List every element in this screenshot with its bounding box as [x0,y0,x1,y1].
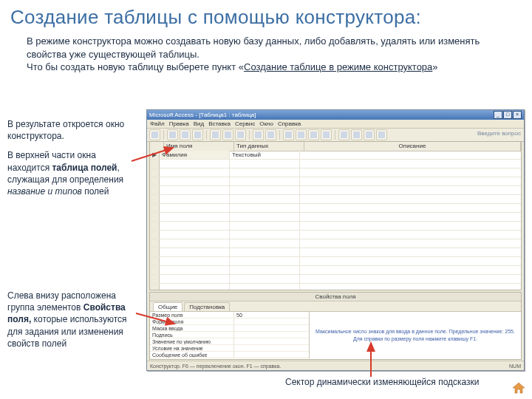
cell-field-name[interactable] [160,222,230,230]
table-row[interactable] [150,177,521,186]
cell-data-type[interactable]: Текстовый [230,151,300,159]
tb-preview-icon[interactable] [192,129,203,140]
property-value[interactable]: 50 [234,312,309,318]
tb-cut-icon[interactable] [210,129,221,140]
cell-data-type[interactable] [230,168,300,177]
tb-print-icon[interactable] [180,129,191,140]
property-value[interactable] [234,325,309,332]
tb-rows-icon[interactable] [308,129,319,140]
property-row[interactable]: Формат поля [150,318,309,325]
table-row[interactable] [150,231,521,239]
table-row[interactable] [150,222,521,231]
cell-field-name[interactable] [160,160,230,168]
tb-paste-icon[interactable] [235,129,246,140]
cell-data-type[interactable] [230,195,300,203]
cell-description[interactable] [300,213,521,221]
tb-help-icon[interactable] [376,129,387,140]
cell-description[interactable] [300,168,521,177]
tb-index-icon[interactable] [296,129,307,140]
cell-data-type[interactable] [230,257,300,265]
table-row[interactable] [150,239,521,248]
cell-data-type[interactable] [230,231,300,239]
cell-field-name[interactable] [160,213,230,221]
cell-description[interactable] [300,160,521,168]
row-selector[interactable] [150,195,160,203]
cell-description[interactable] [300,275,521,283]
property-row[interactable]: Условие на значение [150,345,309,352]
row-selector[interactable] [150,266,160,274]
property-value[interactable] [234,352,309,358]
cell-data-type[interactable] [230,222,300,230]
maximize-button[interactable]: □ [503,111,512,119]
cell-description[interactable] [300,177,521,185]
cell-description[interactable] [300,284,521,290]
row-selector[interactable] [150,248,160,256]
row-selector[interactable] [150,257,160,265]
cell-field-name[interactable] [160,168,230,177]
cell-data-type[interactable] [230,239,300,248]
row-selector[interactable] [150,284,160,290]
table-row[interactable] [150,275,521,284]
tb-view-icon[interactable] [149,129,160,140]
cell-description[interactable] [300,186,521,194]
cell-field-name[interactable] [160,275,230,283]
cell-description[interactable] [300,257,521,265]
table-row[interactable] [150,195,521,204]
cell-data-type[interactable] [230,248,300,256]
tb-undo-icon[interactable] [253,129,264,140]
menu-help[interactable]: Справка [278,120,301,127]
cell-data-type[interactable] [230,266,300,274]
row-selector[interactable] [150,177,160,185]
tb-db-icon[interactable] [364,129,375,140]
table-row[interactable] [150,257,521,266]
ask-box[interactable]: Введите вопрос [477,130,521,137]
cell-field-name[interactable] [160,186,230,194]
property-value[interactable] [234,345,309,352]
row-selector[interactable]: ▶ [150,151,160,159]
menu-tools[interactable]: Сервис [235,120,255,127]
cell-data-type[interactable] [230,204,300,212]
property-row[interactable]: Маска ввода [150,325,309,332]
cell-description[interactable] [300,204,521,212]
table-row[interactable] [150,213,521,222]
tb-redo-icon[interactable] [265,129,276,140]
row-selector[interactable] [150,213,160,221]
property-row[interactable]: Сообщение об ошибке [150,352,309,358]
cell-description[interactable] [300,151,521,159]
cell-description[interactable] [300,248,521,256]
row-selector[interactable] [150,186,160,194]
table-row[interactable] [150,204,521,213]
table-row[interactable] [150,168,521,177]
cell-field-name[interactable] [160,195,230,203]
property-row[interactable]: Подпись [150,332,309,338]
table-row[interactable] [150,186,521,195]
tb-save-icon[interactable] [167,129,178,140]
cell-description[interactable] [300,239,521,248]
cell-data-type[interactable] [230,186,300,194]
cell-description[interactable] [300,231,521,239]
menu-window[interactable]: Окно [259,120,273,127]
table-row[interactable] [150,284,521,290]
close-button[interactable]: × [513,111,522,119]
cell-data-type[interactable] [230,275,300,283]
tb-delete-icon[interactable] [321,129,332,140]
row-selector[interactable] [150,160,160,168]
tb-copy-icon[interactable] [222,129,233,140]
property-row[interactable]: Значение по умолчанию [150,338,309,345]
cell-description[interactable] [300,195,521,203]
tab-general[interactable]: Общие [153,302,183,311]
cell-field-name[interactable] [160,204,230,212]
tb-key-icon[interactable] [283,129,294,140]
cell-field-name[interactable] [160,284,230,290]
row-selector[interactable] [150,275,160,283]
table-row[interactable] [150,248,521,257]
cell-field-name[interactable] [160,177,230,185]
menu-insert[interactable]: Вставка [208,120,231,127]
property-value[interactable] [234,318,309,325]
cell-description[interactable] [300,266,521,274]
tb-build-icon[interactable] [351,129,362,140]
cell-field-name[interactable] [160,239,230,248]
minimize-button[interactable]: _ [494,111,502,119]
menu-view[interactable]: Вид [194,120,204,127]
cell-description[interactable] [300,222,521,230]
